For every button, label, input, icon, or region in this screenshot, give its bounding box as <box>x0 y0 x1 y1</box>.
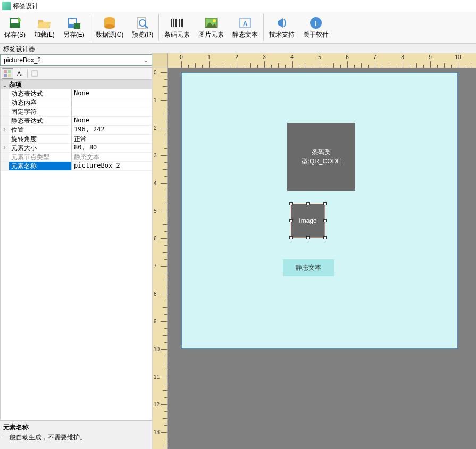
expand-icon <box>1 107 9 116</box>
svg-text:i: i <box>315 20 317 28</box>
magnifier-icon <box>134 15 151 30</box>
preview-button[interactable]: 预览(P) <box>128 12 157 43</box>
expand-icon <box>1 135 9 143</box>
barcode-element-button[interactable]: 条码元素 <box>160 12 194 43</box>
alphabetical-view-button[interactable]: A↓ <box>14 68 26 79</box>
image-element-button[interactable]: 图片元素 <box>194 12 228 43</box>
property-row[interactable]: 动态表达式None <box>1 89 152 98</box>
property-value[interactable]: None <box>72 89 152 98</box>
chevron-down-icon: ⌄ <box>143 56 148 64</box>
megaphone-icon <box>273 15 290 30</box>
vertical-ruler: 01234567891011121314 <box>153 68 168 449</box>
property-name: 元素节点类型 <box>9 153 72 161</box>
breadcrumb: 标签设计器 <box>0 44 476 53</box>
property-view-toolbar: A↓ <box>0 67 152 80</box>
resize-handle-se[interactable] <box>323 236 327 239</box>
horizontal-ruler: 0123456789101112 <box>168 53 476 68</box>
label-page[interactable]: 条码类 型:QR_CODE Image <box>181 72 458 349</box>
design-surface: 0123456789101112 01234567891011121314 条码… <box>153 53 476 449</box>
svg-rect-13 <box>175 19 177 27</box>
image-element[interactable]: Image <box>291 204 325 238</box>
property-name: 固定字符 <box>9 107 72 116</box>
resize-handle-n[interactable] <box>306 202 310 205</box>
categorized-view-button[interactable] <box>2 68 13 79</box>
ruler-corner <box>153 53 168 68</box>
svg-rect-27 <box>32 71 37 76</box>
property-value[interactable]: 正常 <box>72 135 152 143</box>
barcode-icon <box>169 15 186 30</box>
expand-icon: › <box>1 126 9 134</box>
canvas-area[interactable]: 条码类 型:QR_CODE Image <box>168 68 476 449</box>
saveas-button[interactable]: 另存(E) <box>59 12 89 43</box>
property-value[interactable] <box>72 98 152 107</box>
property-row[interactable]: ›位置196, 242 <box>1 126 152 135</box>
svg-rect-24 <box>8 70 11 73</box>
property-row[interactable]: 旋转角度正常 <box>1 135 152 144</box>
text-element[interactable]: 静态文本 <box>283 259 334 276</box>
resize-handle-ne[interactable] <box>323 202 327 205</box>
property-row[interactable]: 固定字符 <box>1 107 152 117</box>
saveas-icon <box>65 15 82 30</box>
expand-icon <box>1 98 9 107</box>
svg-point-7 <box>104 24 115 29</box>
window-title: 标签设计 <box>13 2 38 11</box>
property-name: 旋转角度 <box>9 135 72 143</box>
resize-handle-w[interactable] <box>289 219 293 222</box>
support-button[interactable]: 技术支持 <box>265 12 299 43</box>
property-value[interactable]: 静态文本 <box>72 153 152 161</box>
load-button[interactable]: 加载(L) <box>30 12 59 43</box>
svg-rect-14 <box>178 19 178 27</box>
property-value[interactable] <box>72 107 152 116</box>
svg-rect-4 <box>74 23 80 29</box>
property-grid[interactable]: ⌄ 杂项 动态表达式None动态内容固定字符静态表达式None›位置196, 2… <box>0 80 152 420</box>
property-value[interactable]: pictureBox_2 <box>72 162 152 170</box>
property-panel: pictureBox_2 ⌄ A↓ ⌄ 杂项 动态表达式None动态内容固定字符… <box>0 53 153 449</box>
property-row[interactable]: 静态表达式None <box>1 117 152 126</box>
property-name: 静态表达式 <box>9 117 72 125</box>
text-element-button[interactable]: A 静态文本 <box>228 12 262 43</box>
app-icon <box>2 2 11 10</box>
svg-rect-1 <box>11 19 19 23</box>
about-button[interactable]: i 关于软件 <box>299 12 333 43</box>
object-selector[interactable]: pictureBox_2 ⌄ <box>0 54 152 66</box>
image-icon <box>203 15 220 30</box>
resize-handle-s[interactable] <box>306 236 310 239</box>
property-name: 动态内容 <box>9 98 72 107</box>
resize-handle-nw[interactable] <box>289 202 293 205</box>
property-value[interactable]: 80, 80 <box>72 144 152 152</box>
datasource-button[interactable]: 数据源(C) <box>91 12 128 43</box>
svg-rect-16 <box>181 19 183 27</box>
property-row[interactable]: 动态内容 <box>1 98 152 107</box>
property-row[interactable]: 元素节点类型静态文本 <box>1 153 152 162</box>
toolbar: 保存(S) 加载(L) 另存(E) 数据源(C) 预览(P) 条码元素 图片元素… <box>0 12 476 44</box>
property-row[interactable]: 元素名称pictureBox_2 <box>1 162 152 171</box>
svg-rect-8 <box>137 18 146 28</box>
resize-handle-sw[interactable] <box>289 236 293 239</box>
description-panel: 元素名称 一般自动生成，不需要维护。 <box>0 420 152 449</box>
expand-icon <box>1 153 9 161</box>
expand-icon <box>1 89 9 98</box>
collapse-icon: ⌄ <box>1 81 9 89</box>
info-icon: i <box>307 15 324 30</box>
resize-handle-e[interactable] <box>323 219 327 222</box>
titlebar: 标签设计 <box>0 0 476 12</box>
expand-icon: › <box>1 144 9 152</box>
expand-icon <box>1 162 9 170</box>
save-button[interactable]: 保存(S) <box>0 12 30 43</box>
category-row[interactable]: ⌄ 杂项 <box>1 80 152 89</box>
barcode-element[interactable]: 条码类 型:QR_CODE <box>287 123 355 191</box>
svg-rect-25 <box>4 74 7 77</box>
svg-rect-15 <box>179 19 180 27</box>
description-text: 一般自动生成，不需要维护。 <box>3 433 149 442</box>
svg-rect-26 <box>8 74 11 77</box>
svg-rect-12 <box>173 19 174 27</box>
property-name: 位置 <box>9 126 72 134</box>
text-icon: A <box>237 15 254 30</box>
property-pages-button[interactable] <box>29 68 40 79</box>
svg-point-18 <box>213 19 216 22</box>
property-value[interactable]: None <box>72 117 152 125</box>
property-name: 元素大小 <box>9 144 72 152</box>
property-value[interactable]: 196, 242 <box>72 126 152 134</box>
expand-icon <box>1 117 9 125</box>
property-row[interactable]: ›元素大小80, 80 <box>1 144 152 153</box>
